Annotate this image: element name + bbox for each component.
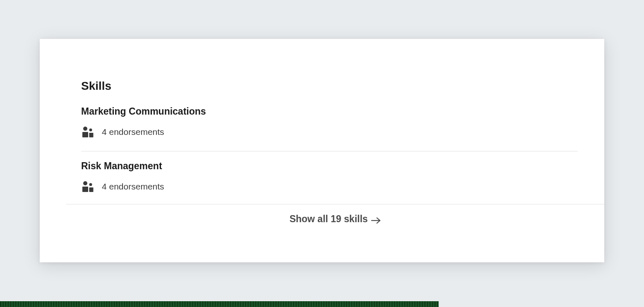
skills-card: Skills Marketing Communications 4 endors…	[40, 39, 604, 262]
skill-name: Risk Management	[81, 161, 578, 172]
svg-point-4	[83, 181, 87, 185]
show-all-container: Show all 19 skills	[66, 204, 604, 225]
endorsement-count: 4 endorsements	[102, 182, 164, 192]
show-all-skills-button[interactable]: Show all 19 skills	[289, 213, 381, 225]
svg-rect-2	[82, 132, 88, 137]
svg-point-0	[83, 127, 87, 131]
divider	[81, 151, 578, 151]
skill-item[interactable]: Marketing Communications 4 endorsements	[81, 106, 578, 149]
skill-item[interactable]: Risk Management 4 endorsements	[81, 161, 578, 204]
svg-rect-3	[89, 133, 94, 137]
show-all-label: Show all 19 skills	[289, 213, 368, 225]
skill-name: Marketing Communications	[81, 106, 578, 117]
people-icon	[81, 126, 94, 138]
endorsement-count: 4 endorsements	[102, 127, 164, 137]
svg-rect-7	[89, 187, 94, 192]
section-title: Skills	[81, 79, 604, 93]
endorsement-row[interactable]: 4 endorsements	[81, 181, 578, 192]
svg-point-5	[89, 183, 92, 186]
decorative-texture	[0, 301, 439, 307]
endorsement-row[interactable]: 4 endorsements	[81, 126, 578, 138]
svg-point-1	[89, 129, 92, 132]
people-icon	[81, 181, 94, 192]
svg-rect-6	[82, 187, 88, 192]
arrow-right-icon	[370, 216, 381, 223]
